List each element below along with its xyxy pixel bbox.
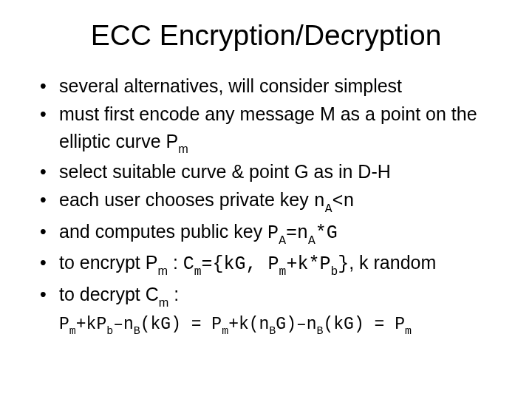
bullet-text: : bbox=[168, 284, 179, 304]
mono-text: (kG) = P bbox=[140, 315, 222, 334]
mono-text: G)–n bbox=[276, 315, 316, 334]
subscript: b bbox=[330, 265, 338, 279]
mono-text: +kP bbox=[76, 315, 106, 334]
subscript: m bbox=[159, 296, 169, 309]
list-item: each user chooses private key nA<n bbox=[37, 186, 502, 216]
subscript: A bbox=[308, 233, 316, 248]
mono-text: <n bbox=[332, 191, 354, 212]
subscript: m bbox=[157, 264, 168, 277]
mono-text: +k(n bbox=[228, 315, 269, 334]
mono-text: =n bbox=[286, 222, 308, 244]
bullet-text: select suitable curve & point G as in D-… bbox=[59, 161, 391, 182]
list-item: to encrypt Pm : Cm={kG, Pm+k*Pb}, k rand… bbox=[37, 249, 502, 279]
bullet-list: several alternatives, will consider simp… bbox=[37, 72, 502, 310]
mono-text: P bbox=[267, 222, 279, 244]
subscript: m bbox=[178, 142, 188, 155]
slide-title: ECC Encryption/Decryption bbox=[30, 19, 502, 52]
bullet-text: several alternatives, will consider simp… bbox=[59, 75, 402, 96]
bullet-text: : bbox=[168, 252, 183, 273]
mono-text: –n bbox=[113, 315, 134, 334]
mono-text: C bbox=[183, 253, 194, 275]
mono-text: P bbox=[59, 315, 69, 334]
mono-text: +k*P bbox=[286, 253, 330, 275]
list-item: select suitable curve & point G as in D-… bbox=[37, 158, 502, 185]
subscript: b bbox=[106, 325, 113, 337]
bullet-text: must first encode any message M as a poi… bbox=[59, 103, 477, 151]
subscript: m bbox=[69, 325, 76, 337]
mono-text: *G bbox=[316, 222, 338, 244]
bullet-text: and computes public key bbox=[59, 221, 267, 242]
mono-text: ={kG, P bbox=[202, 253, 279, 275]
decrypt-formula: Pm+kPb–nB(kG) = Pm+k(nBG)–nB(kG) = Pm bbox=[59, 315, 502, 336]
mono-text: } bbox=[338, 253, 349, 275]
subscript: B bbox=[134, 325, 140, 337]
subscript: A bbox=[325, 202, 332, 216]
subscript: m bbox=[222, 325, 228, 337]
subscript: B bbox=[317, 325, 324, 337]
subscript: m bbox=[279, 265, 287, 279]
subscript: m bbox=[194, 265, 202, 279]
bullet-text: to decrypt C bbox=[59, 284, 159, 304]
slide: ECC Encryption/Decryption several altern… bbox=[0, 0, 532, 399]
bullet-text: to encrypt P bbox=[59, 252, 157, 273]
list-item: several alternatives, will consider simp… bbox=[37, 72, 502, 99]
subscript: B bbox=[269, 325, 276, 337]
list-item: to decrypt Cm : bbox=[37, 281, 502, 310]
list-item: must first encode any message M as a poi… bbox=[37, 100, 502, 157]
subscript: m bbox=[405, 325, 412, 337]
subscript: A bbox=[279, 233, 286, 248]
bullet-text: , k random bbox=[349, 252, 436, 273]
mono-text: n bbox=[314, 191, 325, 212]
bullet-text: each user chooses private key bbox=[59, 189, 314, 210]
mono-text: (kG) = P bbox=[324, 315, 405, 334]
list-item: and computes public key PA=nA*G bbox=[37, 218, 502, 248]
